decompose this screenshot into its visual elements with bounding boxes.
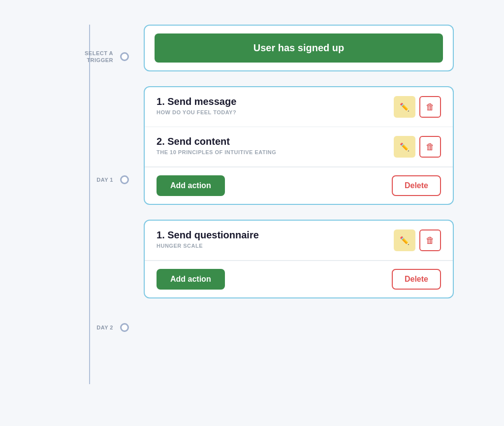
- day2-add-action-button[interactable]: Add action: [157, 269, 225, 290]
- page-container: SELECT ATRIGGER DAY 1 DAY 2 User has sig…: [31, 15, 473, 394]
- day1-action-1: 1. Send message HOW DO YOU FEEL TODAY? ✏…: [145, 87, 453, 127]
- pencil-icon: ✏️: [400, 142, 410, 152]
- day1-action1-title: 1. Send message: [157, 96, 386, 107]
- day2-action1-info: 1. Send questionnaire HUNGER SCALE: [157, 229, 386, 249]
- day1-add-action-button[interactable]: Add action: [157, 175, 225, 196]
- day1-action1-delete-icon-button[interactable]: 🗑: [419, 96, 441, 118]
- day1-action2-buttons: ✏️ 🗑: [394, 136, 441, 158]
- trigger-button[interactable]: User has signed up: [155, 33, 443, 63]
- trigger-dot: [120, 52, 129, 61]
- trigger-timeline-row: SELECT ATRIGGER: [85, 50, 129, 64]
- day2-action1-subtitle: HUNGER SCALE: [157, 243, 386, 249]
- trigger-label: SELECT ATRIGGER: [85, 50, 120, 64]
- day1-card: 1. Send message HOW DO YOU FEEL TODAY? ✏…: [144, 86, 454, 205]
- day1-action2-title: 2. Send content: [157, 136, 386, 147]
- day2-delete-button[interactable]: Delete: [392, 269, 441, 290]
- day2-card-wrapper: 1. Send questionnaire HUNGER SCALE ✏️ 🗑: [144, 220, 454, 298]
- day1-action1-buttons: ✏️ 🗑: [394, 96, 441, 118]
- day1-timeline-row: DAY 1: [96, 175, 129, 184]
- day2-timeline-row: DAY 2: [96, 323, 129, 332]
- day2-action1-delete-icon-button[interactable]: 🗑: [419, 229, 441, 251]
- day2-action-1: 1. Send questionnaire HUNGER SCALE ✏️ 🗑: [145, 221, 453, 261]
- pencil-icon: ✏️: [400, 236, 410, 245]
- day2-card-footer: Add action Delete: [145, 261, 453, 297]
- day2-action1-edit-button[interactable]: ✏️: [394, 229, 415, 251]
- day1-card-footer: Add action Delete: [145, 167, 453, 204]
- trigger-card: User has signed up: [144, 25, 454, 71]
- day1-label: DAY 1: [96, 176, 120, 183]
- day1-action2-edit-button[interactable]: ✏️: [394, 136, 415, 158]
- day1-action2-subtitle: THE 10 PRINCIPLES OF INTUITIVE EATING: [157, 149, 386, 155]
- day2-action1-buttons: ✏️ 🗑: [394, 229, 441, 251]
- pencil-icon: ✏️: [400, 102, 410, 112]
- timeline-line: [89, 25, 90, 384]
- day1-action1-subtitle: HOW DO YOU FEEL TODAY?: [157, 109, 386, 115]
- day2-label: DAY 2: [96, 324, 120, 331]
- day2-timeline-item: DAY 2: [96, 271, 129, 384]
- trash-icon: 🗑: [426, 235, 435, 246]
- day1-action-2: 2. Send content THE 10 PRINCIPLES OF INT…: [145, 127, 453, 167]
- day2-dot: [120, 323, 129, 332]
- day1-dot: [120, 175, 129, 184]
- day2-card: 1. Send questionnaire HUNGER SCALE ✏️ 🗑: [144, 220, 454, 298]
- day1-delete-button[interactable]: Delete: [392, 175, 441, 196]
- day1-action2-info: 2. Send content THE 10 PRINCIPLES OF INT…: [157, 136, 386, 155]
- trash-icon: 🗑: [426, 102, 435, 112]
- day1-action1-edit-button[interactable]: ✏️: [394, 96, 415, 118]
- day1-action1-info: 1. Send message HOW DO YOU FEEL TODAY?: [157, 96, 386, 115]
- day2-action1-title: 1. Send questionnaire: [157, 229, 386, 241]
- trigger-card-wrapper: User has signed up: [144, 25, 454, 71]
- timeline: SELECT ATRIGGER DAY 1 DAY 2: [50, 25, 129, 384]
- trigger-timeline-item: SELECT ATRIGGER: [85, 25, 129, 89]
- day1-action2-delete-icon-button[interactable]: 🗑: [419, 136, 441, 158]
- cards-column: User has signed up 1. Send message HOW D…: [129, 25, 454, 313]
- trash-icon: 🗑: [426, 142, 435, 152]
- day1-card-wrapper: 1. Send message HOW DO YOU FEEL TODAY? ✏…: [144, 86, 454, 205]
- day1-timeline-item: DAY 1: [96, 89, 129, 271]
